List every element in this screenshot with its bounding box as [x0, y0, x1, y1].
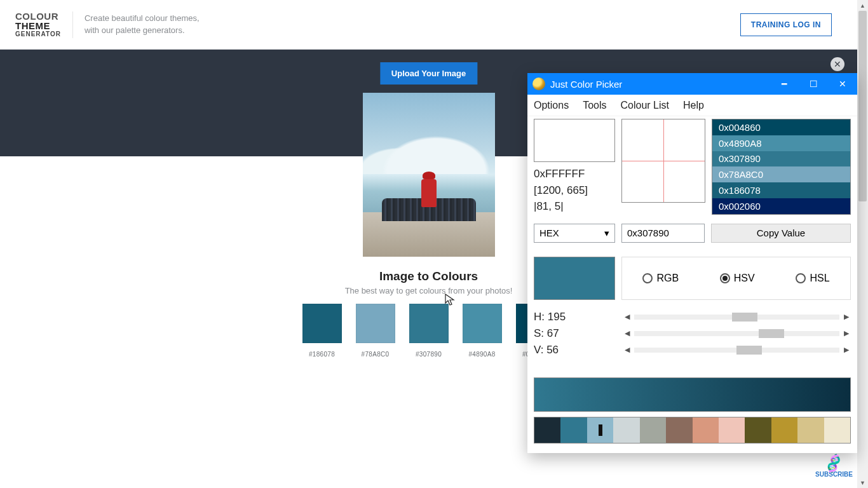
palette-marker [587, 417, 613, 443]
palette-cell[interactable] [797, 417, 824, 443]
menu-help[interactable]: Help [683, 100, 704, 111]
copy-value-button[interactable]: Copy Value [711, 224, 851, 243]
window-title: Just Color Picker [550, 79, 770, 90]
colour-mode-group: RGB HSV HSL [621, 257, 851, 300]
sample-info: 0xFFFFFF [1200, 665] |81, 5| [534, 166, 615, 215]
mode-hsl[interactable]: HSL [796, 273, 829, 284]
chevron-right-icon[interactable]: ▶ [842, 329, 851, 337]
palette-cell[interactable] [640, 417, 666, 443]
colour-list-item[interactable]: 0x186078 [712, 182, 850, 198]
hsv-sliders: H: 195 ◀ ▶ S: 67 ◀ ▶ V: 56 ◀ [534, 309, 851, 358]
hsv-h-slider[interactable]: ◀ ▶ [623, 313, 851, 321]
sample-offset: |81, 5| [534, 198, 615, 215]
palette-swatch[interactable]: #307890 [409, 304, 449, 358]
scroll-thumb[interactable] [858, 11, 867, 201]
palette-swatch[interactable]: #4890A8 [463, 304, 502, 358]
menu-colour-list[interactable]: Colour List [621, 100, 669, 111]
slider-thumb[interactable] [759, 329, 784, 338]
palette-cell[interactable] [534, 417, 560, 443]
format-select[interactable]: HEX ▾ [534, 224, 615, 243]
menu-options[interactable]: Options [534, 100, 569, 111]
hsv-s-label: S: 67 [534, 327, 623, 340]
palette-cell[interactable] [824, 417, 850, 443]
logo-line-2: THEME [15, 21, 61, 31]
palette-swatches: #186078 #78A8C0 #307890 #4890A8 #004860 [302, 304, 555, 358]
gradient-bar[interactable] [534, 377, 851, 412]
palette-cell[interactable] [745, 417, 771, 443]
sample-hex: 0xFFFFFF [534, 166, 615, 182]
palette-swatch[interactable]: #78A8C0 [356, 304, 395, 358]
site-header: COLOUR THEME GENERATOR Create beautiful … [0, 0, 857, 50]
menu-bar: Options Tools Colour List Help [527, 95, 857, 116]
menu-tools[interactable]: Tools [583, 100, 606, 111]
swatch-box[interactable] [356, 304, 395, 343]
colour-list-item[interactable]: 0x307890 [712, 151, 850, 167]
section-subtitle: The best way to get colours from your ph… [345, 286, 513, 295]
training-login-button[interactable]: TRAINING LOG IN [740, 13, 832, 36]
close-hero-button[interactable]: ✕ [831, 57, 844, 71]
maximize-button[interactable]: ☐ [799, 73, 828, 95]
close-icon: ✕ [839, 79, 846, 89]
chevron-left-icon[interactable]: ◀ [623, 329, 632, 337]
palette-cell[interactable] [719, 417, 745, 443]
logo-line-3: GENERATOR [15, 31, 61, 38]
colour-list-item[interactable]: 0x004860 [712, 119, 850, 135]
current-colour-swatch [534, 257, 615, 300]
close-button[interactable]: ✕ [828, 73, 857, 95]
swatch-box[interactable] [302, 304, 342, 343]
colour-list[interactable]: 0x0048600x4890A80x3078900x78A8C00x186078… [712, 119, 851, 215]
hsv-s-slider[interactable]: ◀ ▶ [623, 329, 851, 337]
palette-cell[interactable] [587, 417, 613, 443]
site-logo: COLOUR THEME GENERATOR [15, 11, 61, 38]
minimize-icon: ━ [782, 79, 787, 89]
mode-hsv[interactable]: HSV [720, 273, 755, 284]
section-title: Image to Colours [379, 269, 478, 283]
slider-thumb[interactable] [736, 346, 762, 355]
palette-cell[interactable] [693, 417, 719, 443]
close-icon: ✕ [834, 59, 841, 69]
colour-value-input[interactable] [621, 224, 705, 243]
app-icon [532, 78, 545, 90]
swatch-label: #78A8C0 [356, 351, 395, 358]
slider-thumb[interactable] [732, 313, 757, 322]
palette-swatch[interactable]: #186078 [302, 304, 342, 358]
colour-list-item[interactable]: 0x002060 [712, 198, 850, 214]
mode-rgb[interactable]: RGB [642, 273, 679, 284]
color-picker-window: Just Color Picker ━ ☐ ✕ Options Tools Co… [527, 73, 857, 453]
titlebar[interactable]: Just Color Picker ━ ☐ ✕ [527, 73, 857, 95]
site-tagline: Create beautiful colour themes, with our… [85, 13, 200, 36]
browser-scrollbar[interactable]: ▲ ▼ [857, 0, 868, 488]
tagline-line-1: Create beautiful colour themes, [85, 13, 200, 24]
palette-cell[interactable] [771, 417, 797, 443]
hsv-h-label: H: 195 [534, 311, 623, 323]
hsv-v-label: V: 56 [534, 344, 623, 356]
uploaded-image[interactable] [363, 93, 495, 257]
chevron-left-icon[interactable]: ◀ [623, 313, 632, 321]
maximize-icon: ☐ [810, 79, 818, 89]
palette-cell[interactable] [666, 417, 692, 443]
logo-line-1: COLOUR [15, 11, 61, 22]
scroll-down-button[interactable]: ▼ [857, 477, 868, 488]
hsv-v-slider[interactable]: ◀ ▶ [623, 346, 851, 354]
chevron-down-icon: ▾ [604, 227, 609, 239]
swatch-label: #4890A8 [463, 351, 502, 358]
colour-list-item[interactable]: 0x4890A8 [712, 135, 850, 151]
chevron-right-icon[interactable]: ▶ [842, 346, 851, 354]
chevron-right-icon[interactable]: ▶ [842, 313, 851, 321]
tagline-line-2: with our palette generators. [85, 25, 200, 36]
minimize-button[interactable]: ━ [770, 73, 799, 95]
upload-image-button[interactable]: Upload Your Image [380, 62, 477, 85]
sample-preview [534, 119, 615, 162]
swatch-label: #307890 [409, 351, 449, 358]
palette-cell[interactable] [613, 417, 639, 443]
swatch-box[interactable] [463, 304, 502, 343]
swatch-box[interactable] [409, 304, 449, 343]
chevron-left-icon[interactable]: ◀ [623, 346, 632, 354]
palette-bar[interactable] [534, 417, 851, 444]
sample-coords: [1200, 665] [534, 182, 615, 199]
scroll-up-button[interactable]: ▲ [857, 0, 868, 11]
swatch-label: #186078 [302, 351, 342, 358]
palette-cell[interactable] [560, 417, 587, 443]
colour-list-item[interactable]: 0x78A8C0 [712, 166, 850, 182]
format-value: HEX [539, 227, 559, 238]
